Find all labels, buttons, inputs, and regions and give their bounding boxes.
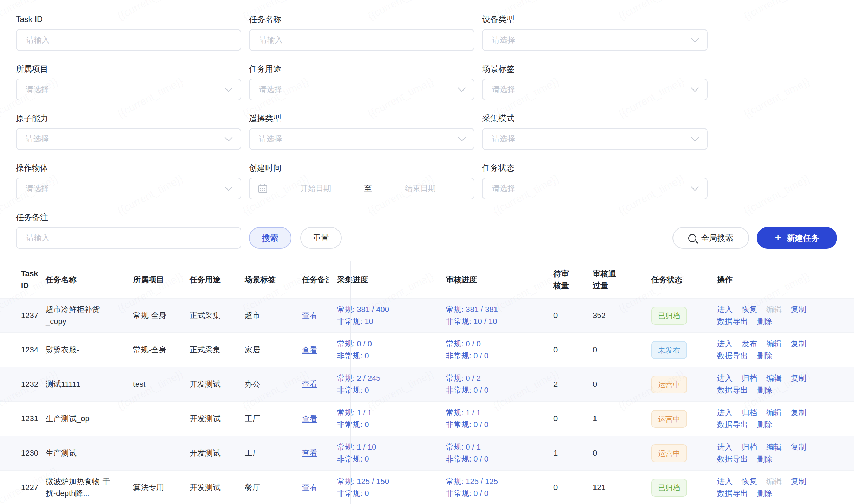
task-remark-input[interactable] (26, 233, 231, 243)
cell-pending-count: 0 (553, 413, 593, 425)
filter-field-scene-tag: 场景标签 请选择 (482, 64, 708, 100)
cell-scene: 超市 (245, 310, 302, 321)
op-link[interactable]: 删除 (757, 488, 773, 499)
op-link[interactable]: 进入 (717, 372, 733, 384)
view-remark-link[interactable]: 查看 (302, 344, 329, 356)
op-link[interactable]: 归档 (742, 372, 757, 384)
date-range-separator: 至 (361, 183, 375, 194)
op-link[interactable]: 发布 (742, 338, 757, 350)
cell-name: 生产测试_op (46, 413, 133, 425)
collect-mode-select[interactable]: 请选择 (482, 128, 708, 150)
op-link[interactable]: 编辑 (766, 304, 782, 316)
cell-review-progress: 常规: 1 / 1非常规: 0 / 0 (446, 407, 553, 431)
op-link[interactable]: 恢复 (742, 304, 757, 316)
new-task-button[interactable]: + 新建任务 (757, 227, 837, 249)
operate-object-select[interactable]: 请选择 (16, 178, 241, 199)
op-link[interactable]: 数据导出 (717, 488, 748, 499)
cell-approved-count: 0 (593, 344, 651, 356)
filter-label: Task ID (16, 14, 241, 25)
op-link[interactable]: 进入 (717, 476, 733, 488)
view-remark-link[interactable]: 查看 (302, 447, 329, 459)
op-link[interactable]: 编辑 (766, 441, 782, 453)
cell-review-progress: 常规: 125 / 125非常规: 0 / 0 (446, 476, 553, 499)
scene-tag-select[interactable]: 请选择 (482, 79, 708, 100)
op-link[interactable]: 进入 (717, 304, 733, 316)
filter-field-create-time: 创建时间 开始日期 至 结束日期 (249, 163, 474, 199)
cell-scene: 工厂 (245, 413, 302, 425)
device-type-select[interactable]: 请选择 (482, 29, 708, 51)
view-remark-link[interactable]: 查看 (302, 378, 329, 390)
end-date-placeholder[interactable]: 结束日期 (375, 183, 466, 194)
op-link[interactable]: 恢复 (742, 476, 757, 488)
filter-field-task-name: 任务名称 (249, 14, 474, 51)
start-date-placeholder[interactable]: 开始日期 (270, 183, 361, 194)
status-badge: 运营中 (651, 376, 687, 393)
op-link[interactable]: 数据导出 (717, 384, 748, 396)
op-link[interactable]: 删除 (757, 453, 773, 465)
op-link[interactable]: 编辑 (766, 372, 782, 384)
task-status-select[interactable]: 请选择 (482, 178, 708, 199)
task-name-input[interactable] (259, 35, 465, 45)
cell-project: test (133, 378, 190, 390)
cell-approved-count: 121 (593, 482, 651, 493)
cell-collect-progress: 常规: 125 / 150非常规: 0 (329, 476, 446, 499)
op-link[interactable]: 进入 (717, 407, 733, 419)
cell-project: 算法专用 (133, 482, 190, 493)
op-link[interactable]: 进入 (717, 441, 733, 453)
op-link[interactable]: 数据导出 (717, 350, 748, 362)
table-row: 1237 超市冷鲜柜补货_copy 常规-全身 正式采集 超市 查看 常规: 3… (0, 298, 854, 332)
op-link[interactable]: 复制 (791, 407, 806, 419)
op-link[interactable]: 编辑 (766, 476, 782, 488)
purpose-select[interactable]: 请选择 (249, 79, 474, 100)
op-link[interactable]: 删除 (757, 384, 773, 396)
view-remark-link[interactable]: 查看 (302, 482, 329, 493)
cell-scene: 办公 (245, 378, 302, 390)
op-link[interactable]: 数据导出 (717, 316, 748, 327)
cell-task-id: 1234 (0, 344, 46, 356)
op-link[interactable]: 复制 (791, 338, 806, 350)
table-row: 1232 测试11111 test 开发测试 办公 查看 常规: 2 / 245… (0, 367, 854, 401)
status-badge: 已归档 (651, 479, 687, 497)
create-time-range-picker[interactable]: 开始日期 至 结束日期 (249, 178, 474, 199)
op-link[interactable]: 数据导出 (717, 419, 748, 431)
cell-pending-count: 0 (553, 344, 593, 356)
op-link[interactable]: 编辑 (766, 338, 782, 350)
cell-pending-count: 2 (553, 378, 593, 390)
global-search-button[interactable]: 全局搜索 (672, 227, 749, 249)
cell-review-progress: 常规: 0 / 2非常规: 0 / 0 (446, 372, 553, 396)
search-button[interactable]: 搜索 (249, 227, 291, 249)
op-link[interactable]: 删除 (757, 350, 773, 362)
col-header-ops: 操作 (717, 274, 833, 286)
op-link[interactable]: 删除 (757, 419, 773, 431)
op-link[interactable]: 编辑 (766, 407, 782, 419)
cell-project: 常规-全身 (133, 344, 190, 356)
teleop-type-select[interactable]: 请选择 (249, 128, 474, 150)
atomic-ability-select[interactable]: 请选择 (16, 128, 241, 150)
cell-purpose: 开发测试 (190, 447, 245, 459)
chevron-down-icon (691, 133, 699, 141)
op-link[interactable]: 删除 (757, 316, 773, 327)
filter-label: 任务用途 (249, 64, 474, 74)
op-link[interactable]: 进入 (717, 338, 733, 350)
task-id-input[interactable] (26, 35, 231, 45)
reset-button[interactable]: 重置 (300, 227, 342, 249)
col-header-purpose: 任务用途 (190, 274, 245, 286)
cell-task-id: 1227 (0, 482, 46, 493)
op-link[interactable]: 复制 (791, 441, 806, 453)
op-link[interactable]: 复制 (791, 304, 806, 316)
op-link[interactable]: 归档 (742, 407, 757, 419)
cell-operations: 进入 归档 编辑 复制 数据导出 删除 (717, 372, 833, 396)
project-select[interactable]: 请选择 (16, 79, 241, 100)
status-badge: 运营中 (651, 444, 687, 462)
op-link[interactable]: 复制 (791, 476, 806, 488)
filter-label: 原子能力 (16, 113, 241, 124)
cell-purpose: 开发测试 (190, 482, 245, 493)
view-remark-link[interactable]: 查看 (302, 310, 329, 321)
op-link[interactable]: 数据导出 (717, 453, 748, 465)
op-link[interactable]: 复制 (791, 372, 806, 384)
cell-pending-count: 0 (553, 310, 593, 321)
cell-purpose: 正式采集 (190, 310, 245, 321)
col-header-review: 审核进度 (446, 274, 553, 286)
view-remark-link[interactable]: 查看 (302, 413, 329, 425)
op-link[interactable]: 归档 (742, 441, 757, 453)
